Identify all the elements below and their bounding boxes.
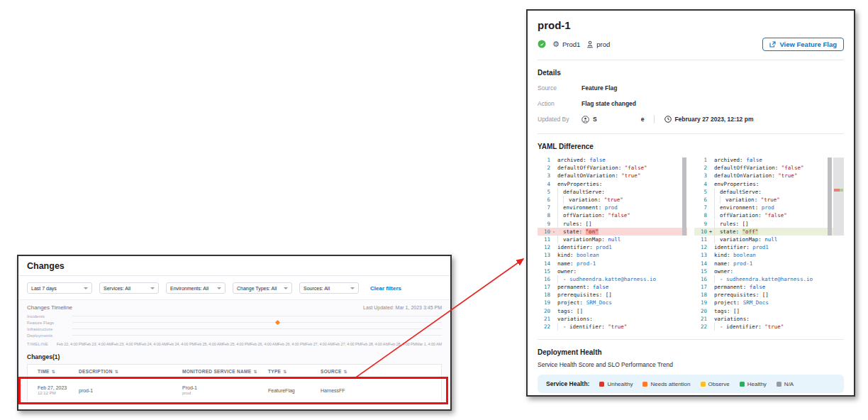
- column-header-monitored-service-name[interactable]: MONITORED SERVICE NAME⇅: [182, 369, 268, 374]
- view-feature-flag-label: View Feature Flag: [779, 40, 837, 48]
- indent-guide: [557, 204, 563, 211]
- yaml-token: []: [742, 221, 749, 227]
- table-cell: HarnessFF: [321, 388, 441, 393]
- yaml-code-right: 1archived: false2defaultOffVariation: "f…: [694, 156, 844, 331]
- sort-icon[interactable]: ⇅: [283, 369, 286, 374]
- cell-line-1: prod-1: [79, 388, 93, 393]
- scrollbar-thumb-left[interactable]: [682, 158, 686, 236]
- environment-chip: prod: [586, 40, 610, 48]
- chevron-down-icon: [284, 287, 288, 289]
- yaml-token: "false": [625, 165, 647, 171]
- yaml-token: boolean: [733, 252, 756, 258]
- yaml-token: false: [593, 284, 609, 290]
- yaml-token: false: [589, 157, 606, 163]
- filter-dropdown-3[interactable]: Change Types: All: [233, 282, 292, 294]
- indent-guide: [714, 204, 720, 211]
- timeline-axis: TIMELINE Feb 22, 4:00 PMFeb 23, 4:00 AMF…: [18, 338, 450, 348]
- yaml-token: owner:: [714, 268, 733, 275]
- yaml-line-8: 8offVariation: "false": [538, 211, 687, 219]
- filter-dropdown-label: Services: All: [104, 286, 130, 291]
- yaml-token: kind:: [557, 252, 577, 258]
- column-header-description[interactable]: DESCRIPTION⇅: [79, 369, 182, 374]
- filter-dropdown-label: Environments: All: [170, 286, 208, 291]
- timeline-axis-label: TIMELINE: [27, 342, 57, 346]
- clear-filters-link[interactable]: Clear filters: [370, 285, 401, 292]
- yaml-token: envProperties:: [557, 181, 602, 187]
- yaml-token: permanent:: [557, 284, 593, 290]
- yaml-token: false: [750, 284, 766, 290]
- deployment-health-subtitle: Service Health Score and SLO Performance…: [538, 361, 844, 368]
- external-link-icon: [769, 41, 776, 48]
- timeline-row-label: Infrastructure: [27, 326, 72, 331]
- filter-dropdown-1[interactable]: Services: All: [99, 282, 159, 294]
- timeline-tick: Feb 23, 4:00 PM: [112, 342, 140, 346]
- yaml-token: defaultOffVariation:: [714, 165, 781, 171]
- filter-dropdown-4[interactable]: Sources: All: [299, 282, 359, 294]
- yaml-token: sudheendra.katte@harness.io: [569, 276, 656, 282]
- updated-by-label: Updated By: [538, 116, 582, 123]
- line-number: 15: [538, 268, 550, 275]
- yaml-line-4: 4envProperties:: [538, 180, 687, 188]
- yaml-line-9: 9rules: []: [694, 220, 844, 228]
- column-header-time[interactable]: TIME⇅: [28, 369, 79, 374]
- updated-by-name-start: S: [593, 116, 597, 123]
- change-event-marker[interactable]: [275, 320, 280, 325]
- yaml-token: SRM_Docs: [743, 299, 769, 306]
- yaml-diff: 1archived: false2defaultOffVariation: "f…: [538, 156, 844, 331]
- yaml-line-15: 15owner:: [538, 267, 687, 275]
- line-number: 9: [694, 221, 707, 227]
- yaml-line-13: 13kind: boolean: [538, 251, 687, 259]
- yaml-token: -: [563, 276, 569, 282]
- yaml-token: environment:: [563, 204, 605, 211]
- line-number: 1: [694, 157, 707, 163]
- yaml-line-18: 18prerequisites: []: [694, 291, 844, 299]
- yaml-token: name:: [714, 260, 733, 267]
- indent-guide: [714, 228, 720, 236]
- filter-dropdown-2[interactable]: Environments: All: [166, 282, 226, 294]
- yaml-token: []: [762, 292, 769, 298]
- filter-dropdown-0[interactable]: Last 7 days: [27, 282, 92, 294]
- table-row[interactable]: Feb 27, 202312:12 PMprod-1Prod-1prodFeat…: [28, 379, 441, 402]
- timeline-ticks: Feb 22, 4:00 PMFeb 23, 4:00 AMFeb 23, 4:…: [57, 342, 442, 346]
- view-feature-flag-button[interactable]: View Feature Flag: [762, 38, 844, 51]
- yaml-line-13: 13kind: boolean: [694, 251, 844, 259]
- yaml-line-3: 3defaultOnVariation: "true": [538, 172, 687, 179]
- column-header-source[interactable]: SOURCE⇅: [321, 369, 441, 374]
- sort-icon[interactable]: ⇅: [52, 369, 55, 374]
- timeline-row-line: [72, 335, 442, 336]
- line-number: 16: [694, 276, 707, 282]
- column-header-label: SOURCE: [321, 369, 342, 374]
- yaml-line-5: 5defaultServe:: [538, 188, 687, 196]
- yaml-line-1: 1archived: false: [538, 156, 687, 164]
- indent-guide: [557, 220, 563, 228]
- yaml-line-19: 19project: SRM_Docs: [694, 299, 844, 306]
- sort-icon[interactable]: ⇅: [344, 369, 347, 374]
- cell-line-2: prod: [182, 391, 268, 395]
- yaml-token: prerequisites:: [557, 292, 606, 298]
- yaml-token: "true": [608, 324, 627, 330]
- sort-icon[interactable]: ⇅: [115, 369, 118, 374]
- yaml-line-3: 3defaultOnVariation: "true": [694, 172, 844, 179]
- yaml-token: -: [720, 276, 726, 282]
- last-updated-text: Last Updated: Mar 1, 2023 3:45 PM: [363, 305, 442, 310]
- sort-icon[interactable]: ⇅: [253, 369, 257, 374]
- yaml-line-16: 16- sudheendra.katte@harness.io: [694, 275, 844, 283]
- changes-title: Changes: [18, 256, 450, 276]
- yaml-line-21: 21variations:: [694, 315, 844, 323]
- timeline-row-line: [72, 316, 442, 316]
- flag-status-icon: [538, 40, 546, 48]
- yaml-token: project:: [557, 299, 586, 306]
- yaml-pane-left: 1archived: false2defaultOffVariation: "f…: [538, 156, 687, 331]
- yaml-line-22: 22- identifier: "true": [694, 323, 844, 331]
- timeline-tick: Feb 28, 4:00 PM: [389, 342, 416, 346]
- column-header-type[interactable]: TYPE⇅: [268, 369, 321, 374]
- scrollbar-thumb-right[interactable]: [828, 158, 832, 236]
- yaml-line-1: 1archived: false: [694, 156, 844, 164]
- yaml-token: []: [577, 308, 583, 314]
- yaml-line-22: 22- identifier: "true": [538, 323, 687, 331]
- yaml-line-20: 20tags: []: [538, 307, 687, 315]
- yaml-token: identifier:: [714, 244, 752, 250]
- yaml-token: owner:: [557, 268, 577, 275]
- indent-guide: [714, 211, 720, 219]
- yaml-token: "true": [778, 172, 797, 179]
